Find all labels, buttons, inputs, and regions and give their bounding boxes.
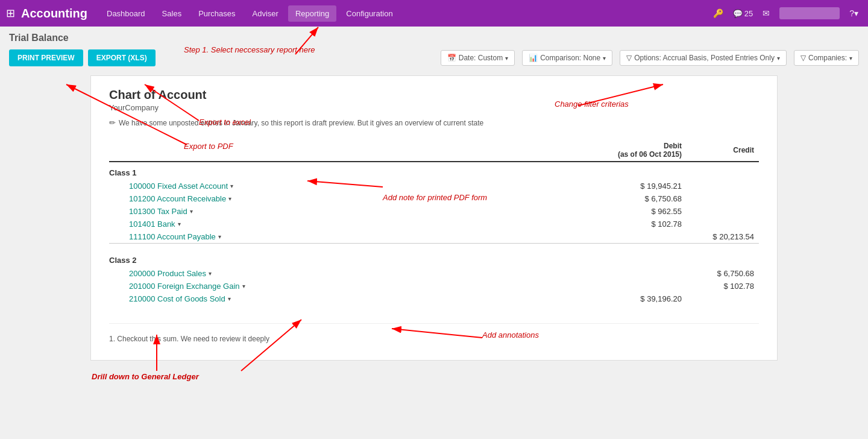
row-dropdown-arrow[interactable]: ▾ [190,208,193,215]
companies-filter-button[interactable]: ▽ Companies: ▾ [794,50,859,66]
row-dropdown-arrow[interactable]: ▾ [218,233,221,240]
report-title: Chart of Account [109,88,759,102]
report-company: YourCompany [109,103,759,112]
credit-amount [687,180,759,192]
table-row: 201000 Foreign Exchange Gain ▾ $ 102.78 [109,280,759,292]
annotation-row: 1. Checkout this sum. We need to review … [109,323,759,348]
report-container: Chart of Account YourCompany ✏ We have s… [90,75,778,361]
account-link[interactable]: 100000 Fixed Asset Account ▾ [114,182,573,191]
mail-icon[interactable]: ✉ [759,6,773,21]
debit-amount: $ 39,196.20 [578,292,687,305]
export-xls-button[interactable]: EXPORT (XLS) [88,49,156,66]
account-link[interactable]: 111100 Account Payable ▾ [114,232,573,241]
date-caret: ▾ [505,55,508,62]
pencil-icon: ✏ [109,118,116,127]
credit-amount: $ 102.78 [687,280,759,292]
credit-amount [687,192,759,205]
table-row: 111100 Account Payable ▾ $ 20,213.54 [109,230,759,244]
section-header-1: Class 2 [109,250,759,267]
chat-count: 25 [744,9,753,18]
search-input[interactable] [779,7,840,19]
row-dropdown-arrow[interactable]: ▾ [178,221,181,227]
print-preview-button[interactable]: PRINT PREVIEW [9,49,83,66]
toolbar: PRINT PREVIEW EXPORT (XLS) 📅 Date: Custo… [9,49,859,66]
account-link[interactable]: 201000 Foreign Exchange Gain ▾ [114,282,573,291]
table-row: 101401 Bank ▾ $ 102.78 [109,218,759,230]
page-wrapper: Trial Balance PRINT PREVIEW EXPORT (XLS)… [0,27,868,439]
col-header-credit: Credit [687,139,759,162]
brand-name: Accounting [21,7,87,21]
table-row: 101200 Account Receivable ▾ $ 6,750.68 [109,192,759,205]
help-icon[interactable]: ?▾ [846,6,862,21]
topnav-right-controls: 🔑 💬 25 ✉ ?▾ [709,6,862,21]
table-row: 100000 Fixed Asset Account ▾ $ 19,945.21 [109,180,759,192]
toolbar-filters: 📅 Date: Custom ▾ 📊 Comparison: None ▾ ▽ … [441,50,859,66]
credit-amount: $ 6,750.68 [687,267,759,280]
annotation-text: 1. Checkout this sum. We need to review … [109,330,759,348]
account-link[interactable]: 200000 Product Sales ▾ [114,269,573,278]
debit-amount [578,267,687,280]
credit-amount [687,218,759,230]
outer-container: Trial Balance PRINT PREVIEW EXPORT (XLS)… [9,33,859,361]
row-dropdown-arrow[interactable]: ▾ [209,270,212,277]
options-caret: ▾ [777,55,780,62]
menu-item-configuration[interactable]: Configuration [339,5,400,22]
account-link[interactable]: 101300 Tax Paid ▾ [114,207,573,216]
companies-caret: ▾ [849,55,852,62]
col-header-debit: Debit (as of 06 Oct 2015) [578,139,687,162]
options-filter-button[interactable]: ▽ Options: Accrual Basis, Posted Entries… [620,50,787,66]
table-row: 210000 Cost of Goods Sold ▾ $ 39,196.20 [109,292,759,305]
grid-icon[interactable]: ⊞ [6,7,15,20]
menu-item-sales[interactable]: Sales [155,5,189,22]
credit-amount [687,292,759,305]
debit-amount: $ 962.55 [578,205,687,218]
account-link[interactable]: 101200 Account Receivable ▾ [114,194,573,203]
account-link[interactable]: 210000 Cost of Goods Sold ▾ [114,294,573,303]
top-navigation: ⊞ Accounting Dashboard Sales Purchases A… [0,0,868,27]
section-header-0: Class 1 [109,162,759,180]
debit-amount: $ 6,750.68 [578,192,687,205]
main-menu: Dashboard Sales Purchases Adviser Report… [99,5,709,22]
row-dropdown-arrow[interactable]: ▾ [228,295,231,302]
row-dropdown-arrow[interactable]: ▾ [242,283,245,289]
report-table: Debit (as of 06 Oct 2015) Credit Class 1… [109,139,759,305]
row-dropdown-arrow[interactable]: ▾ [230,183,233,189]
comparison-filter-button[interactable]: 📊 Comparison: None ▾ [522,50,612,66]
credit-amount [687,205,759,218]
menu-item-purchases[interactable]: Purchases [191,5,242,22]
comparison-caret: ▾ [603,55,606,62]
row-dropdown-arrow[interactable]: ▾ [228,195,231,202]
menu-item-reporting[interactable]: Reporting [288,5,336,22]
debit-amount: $ 19,945.21 [578,180,687,192]
menu-item-dashboard[interactable]: Dashboard [99,5,153,22]
debit-amount: $ 102.78 [578,218,687,230]
chat-button[interactable]: 💬 25 [733,9,753,18]
date-filter-button[interactable]: 📅 Date: Custom ▾ [441,50,515,66]
login-icon[interactable]: 🔑 [709,6,727,21]
report-notice: ✏ We have some unposted entries in Janua… [109,118,759,127]
debit-amount [578,230,687,244]
account-link[interactable]: 101401 Bank ▾ [114,220,573,229]
section-separator [109,244,759,250]
menu-item-adviser[interactable]: Adviser [245,5,286,22]
credit-amount: $ 20,213.54 [687,230,759,244]
page-title: Trial Balance [9,33,859,43]
table-row: 200000 Product Sales ▾ $ 6,750.68 [109,267,759,280]
debit-amount [578,280,687,292]
table-row: 101300 Tax Paid ▾ $ 962.55 [109,205,759,218]
col-header-account [109,139,578,162]
